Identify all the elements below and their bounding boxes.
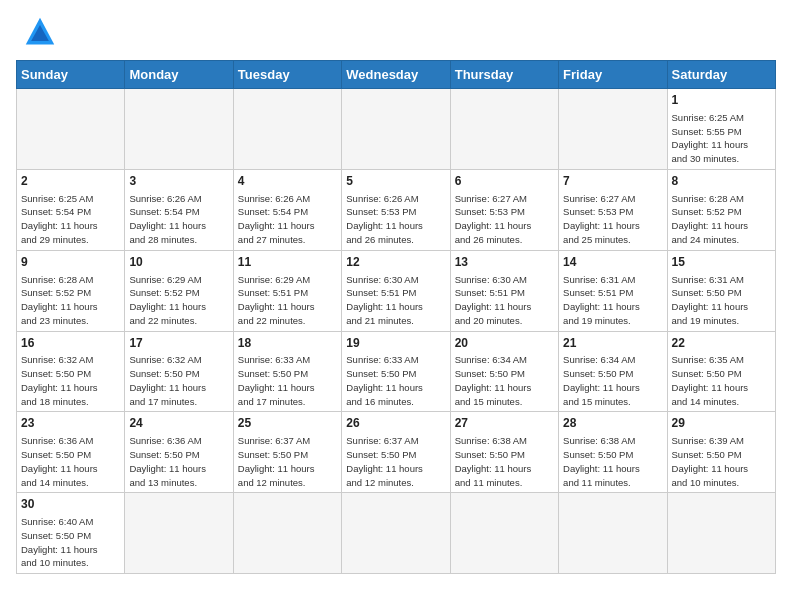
day-number: 5 xyxy=(346,173,445,190)
logo xyxy=(16,16,56,48)
calendar-week-row: 23Sunrise: 6:36 AM Sunset: 5:50 PM Dayli… xyxy=(17,412,776,493)
day-number: 29 xyxy=(672,415,771,432)
calendar-cell: 1Sunrise: 6:25 AM Sunset: 5:55 PM Daylig… xyxy=(667,89,775,170)
day-info: Sunrise: 6:29 AM Sunset: 5:52 PM Dayligh… xyxy=(129,273,228,328)
day-number: 4 xyxy=(238,173,337,190)
calendar-cell: 10Sunrise: 6:29 AM Sunset: 5:52 PM Dayli… xyxy=(125,250,233,331)
day-info: Sunrise: 6:27 AM Sunset: 5:53 PM Dayligh… xyxy=(455,192,554,247)
calendar-cell xyxy=(233,493,341,574)
day-info: Sunrise: 6:40 AM Sunset: 5:50 PM Dayligh… xyxy=(21,515,120,570)
day-number: 7 xyxy=(563,173,662,190)
day-info: Sunrise: 6:26 AM Sunset: 5:54 PM Dayligh… xyxy=(238,192,337,247)
calendar-cell: 11Sunrise: 6:29 AM Sunset: 5:51 PM Dayli… xyxy=(233,250,341,331)
calendar-cell: 25Sunrise: 6:37 AM Sunset: 5:50 PM Dayli… xyxy=(233,412,341,493)
day-number: 2 xyxy=(21,173,120,190)
calendar-cell: 30Sunrise: 6:40 AM Sunset: 5:50 PM Dayli… xyxy=(17,493,125,574)
calendar-cell: 23Sunrise: 6:36 AM Sunset: 5:50 PM Dayli… xyxy=(17,412,125,493)
calendar-cell xyxy=(342,493,450,574)
page-header xyxy=(16,16,776,48)
calendar-cell: 5Sunrise: 6:26 AM Sunset: 5:53 PM Daylig… xyxy=(342,169,450,250)
day-number: 24 xyxy=(129,415,228,432)
calendar-cell: 16Sunrise: 6:32 AM Sunset: 5:50 PM Dayli… xyxy=(17,331,125,412)
calendar-header-tuesday: Tuesday xyxy=(233,61,341,89)
calendar-cell: 15Sunrise: 6:31 AM Sunset: 5:50 PM Dayli… xyxy=(667,250,775,331)
calendar-week-row: 30Sunrise: 6:40 AM Sunset: 5:50 PM Dayli… xyxy=(17,493,776,574)
calendar-week-row: 2Sunrise: 6:25 AM Sunset: 5:54 PM Daylig… xyxy=(17,169,776,250)
day-number: 13 xyxy=(455,254,554,271)
day-number: 14 xyxy=(563,254,662,271)
day-number: 23 xyxy=(21,415,120,432)
day-info: Sunrise: 6:28 AM Sunset: 5:52 PM Dayligh… xyxy=(21,273,120,328)
day-info: Sunrise: 6:25 AM Sunset: 5:54 PM Dayligh… xyxy=(21,192,120,247)
day-number: 1 xyxy=(672,92,771,109)
calendar-cell: 27Sunrise: 6:38 AM Sunset: 5:50 PM Dayli… xyxy=(450,412,558,493)
day-number: 27 xyxy=(455,415,554,432)
day-info: Sunrise: 6:36 AM Sunset: 5:50 PM Dayligh… xyxy=(21,434,120,489)
day-info: Sunrise: 6:38 AM Sunset: 5:50 PM Dayligh… xyxy=(563,434,662,489)
day-number: 19 xyxy=(346,335,445,352)
day-info: Sunrise: 6:27 AM Sunset: 5:53 PM Dayligh… xyxy=(563,192,662,247)
day-info: Sunrise: 6:32 AM Sunset: 5:50 PM Dayligh… xyxy=(129,353,228,408)
day-number: 30 xyxy=(21,496,120,513)
calendar-cell: 18Sunrise: 6:33 AM Sunset: 5:50 PM Dayli… xyxy=(233,331,341,412)
calendar-cell: 12Sunrise: 6:30 AM Sunset: 5:51 PM Dayli… xyxy=(342,250,450,331)
calendar-cell: 20Sunrise: 6:34 AM Sunset: 5:50 PM Dayli… xyxy=(450,331,558,412)
day-number: 6 xyxy=(455,173,554,190)
calendar-cell xyxy=(125,493,233,574)
calendar-cell: 3Sunrise: 6:26 AM Sunset: 5:54 PM Daylig… xyxy=(125,169,233,250)
day-number: 25 xyxy=(238,415,337,432)
day-number: 26 xyxy=(346,415,445,432)
calendar-cell: 17Sunrise: 6:32 AM Sunset: 5:50 PM Dayli… xyxy=(125,331,233,412)
calendar-header-friday: Friday xyxy=(559,61,667,89)
calendar-header-thursday: Thursday xyxy=(450,61,558,89)
calendar-cell: 21Sunrise: 6:34 AM Sunset: 5:50 PM Dayli… xyxy=(559,331,667,412)
calendar-header-monday: Monday xyxy=(125,61,233,89)
calendar-cell xyxy=(450,493,558,574)
calendar-page: SundayMondayTuesdayWednesdayThursdayFrid… xyxy=(0,0,792,612)
day-info: Sunrise: 6:36 AM Sunset: 5:50 PM Dayligh… xyxy=(129,434,228,489)
day-number: 12 xyxy=(346,254,445,271)
day-info: Sunrise: 6:35 AM Sunset: 5:50 PM Dayligh… xyxy=(672,353,771,408)
day-info: Sunrise: 6:34 AM Sunset: 5:50 PM Dayligh… xyxy=(455,353,554,408)
calendar-header-wednesday: Wednesday xyxy=(342,61,450,89)
day-info: Sunrise: 6:30 AM Sunset: 5:51 PM Dayligh… xyxy=(455,273,554,328)
day-info: Sunrise: 6:26 AM Sunset: 5:53 PM Dayligh… xyxy=(346,192,445,247)
day-info: Sunrise: 6:38 AM Sunset: 5:50 PM Dayligh… xyxy=(455,434,554,489)
calendar-cell xyxy=(559,493,667,574)
calendar-week-row: 9Sunrise: 6:28 AM Sunset: 5:52 PM Daylig… xyxy=(17,250,776,331)
day-info: Sunrise: 6:33 AM Sunset: 5:50 PM Dayligh… xyxy=(346,353,445,408)
calendar-cell xyxy=(559,89,667,170)
calendar-header-saturday: Saturday xyxy=(667,61,775,89)
logo-icon xyxy=(24,16,56,48)
day-info: Sunrise: 6:30 AM Sunset: 5:51 PM Dayligh… xyxy=(346,273,445,328)
day-number: 28 xyxy=(563,415,662,432)
day-number: 9 xyxy=(21,254,120,271)
calendar-table: SundayMondayTuesdayWednesdayThursdayFrid… xyxy=(16,60,776,574)
calendar-cell xyxy=(450,89,558,170)
day-number: 15 xyxy=(672,254,771,271)
calendar-cell: 29Sunrise: 6:39 AM Sunset: 5:50 PM Dayli… xyxy=(667,412,775,493)
calendar-cell: 4Sunrise: 6:26 AM Sunset: 5:54 PM Daylig… xyxy=(233,169,341,250)
day-number: 20 xyxy=(455,335,554,352)
calendar-week-row: 1Sunrise: 6:25 AM Sunset: 5:55 PM Daylig… xyxy=(17,89,776,170)
calendar-cell xyxy=(342,89,450,170)
calendar-week-row: 16Sunrise: 6:32 AM Sunset: 5:50 PM Dayli… xyxy=(17,331,776,412)
calendar-cell: 14Sunrise: 6:31 AM Sunset: 5:51 PM Dayli… xyxy=(559,250,667,331)
day-info: Sunrise: 6:26 AM Sunset: 5:54 PM Dayligh… xyxy=(129,192,228,247)
calendar-header-sunday: Sunday xyxy=(17,61,125,89)
day-number: 16 xyxy=(21,335,120,352)
day-info: Sunrise: 6:32 AM Sunset: 5:50 PM Dayligh… xyxy=(21,353,120,408)
day-info: Sunrise: 6:39 AM Sunset: 5:50 PM Dayligh… xyxy=(672,434,771,489)
day-number: 3 xyxy=(129,173,228,190)
day-number: 18 xyxy=(238,335,337,352)
calendar-cell: 24Sunrise: 6:36 AM Sunset: 5:50 PM Dayli… xyxy=(125,412,233,493)
day-number: 8 xyxy=(672,173,771,190)
day-info: Sunrise: 6:29 AM Sunset: 5:51 PM Dayligh… xyxy=(238,273,337,328)
day-info: Sunrise: 6:33 AM Sunset: 5:50 PM Dayligh… xyxy=(238,353,337,408)
day-info: Sunrise: 6:31 AM Sunset: 5:51 PM Dayligh… xyxy=(563,273,662,328)
calendar-cell: 9Sunrise: 6:28 AM Sunset: 5:52 PM Daylig… xyxy=(17,250,125,331)
day-info: Sunrise: 6:28 AM Sunset: 5:52 PM Dayligh… xyxy=(672,192,771,247)
day-info: Sunrise: 6:25 AM Sunset: 5:55 PM Dayligh… xyxy=(672,111,771,166)
calendar-cell: 26Sunrise: 6:37 AM Sunset: 5:50 PM Dayli… xyxy=(342,412,450,493)
calendar-cell: 22Sunrise: 6:35 AM Sunset: 5:50 PM Dayli… xyxy=(667,331,775,412)
